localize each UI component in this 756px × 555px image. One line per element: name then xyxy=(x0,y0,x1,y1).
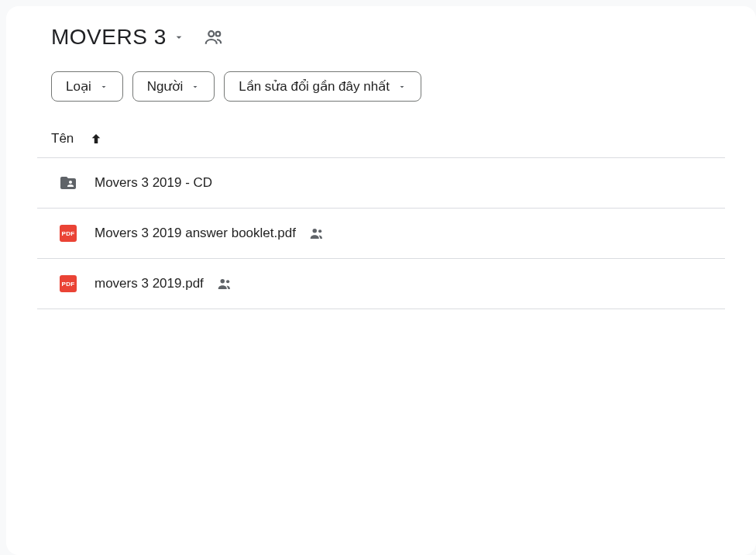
share-people-icon[interactable] xyxy=(204,27,224,47)
folder-title-button[interactable]: MOVERS 3 xyxy=(51,25,185,50)
caret-down-icon xyxy=(99,82,108,91)
filter-modified-label: Lần sửa đổi gần đây nhất xyxy=(239,78,390,95)
arrow-up-icon[interactable] xyxy=(89,132,103,146)
shared-people-icon xyxy=(216,275,233,292)
pdf-icon: PDF xyxy=(59,224,77,243)
column-name-header[interactable]: Tên xyxy=(51,131,74,147)
caret-down-icon xyxy=(191,82,200,91)
svg-point-2 xyxy=(312,229,317,233)
filter-row: Loại Người Lần sửa đổi gần đây nhất xyxy=(37,71,725,102)
shared-people-icon xyxy=(308,225,325,242)
svg-point-5 xyxy=(226,280,229,283)
svg-point-0 xyxy=(208,31,214,36)
column-header-row: Tên xyxy=(37,120,725,158)
filter-people-label: Người xyxy=(147,78,184,95)
filter-people-chip[interactable]: Người xyxy=(132,71,215,102)
filter-type-chip[interactable]: Loại xyxy=(51,71,123,102)
filter-type-label: Loại xyxy=(66,78,91,95)
pdf-icon: PDF xyxy=(59,274,77,293)
file-name: Movers 3 2019 answer booklet.pdf xyxy=(94,226,296,241)
file-row[interactable]: PDF Movers 3 2019 answer booklet.pdf xyxy=(37,209,725,259)
caret-down-icon xyxy=(173,31,185,43)
svg-point-3 xyxy=(318,229,321,233)
caret-down-icon xyxy=(397,82,407,91)
svg-point-1 xyxy=(215,32,220,36)
main-container: MOVERS 3 Loại Người xyxy=(6,6,756,555)
file-list: Movers 3 2019 - CD PDF Movers 3 2019 ans… xyxy=(37,158,725,309)
file-name: movers 3 2019.pdf xyxy=(94,276,204,291)
filter-modified-chip[interactable]: Lần sửa đổi gần đây nhất xyxy=(224,71,421,102)
file-row[interactable]: PDF movers 3 2019.pdf xyxy=(37,259,725,309)
svg-point-4 xyxy=(220,279,225,284)
folder-header: MOVERS 3 xyxy=(37,25,725,50)
file-row[interactable]: Movers 3 2019 - CD xyxy=(37,158,725,209)
file-name: Movers 3 2019 - CD xyxy=(94,175,212,191)
folder-title: MOVERS 3 xyxy=(51,25,167,50)
folder-shared-icon xyxy=(59,174,77,192)
